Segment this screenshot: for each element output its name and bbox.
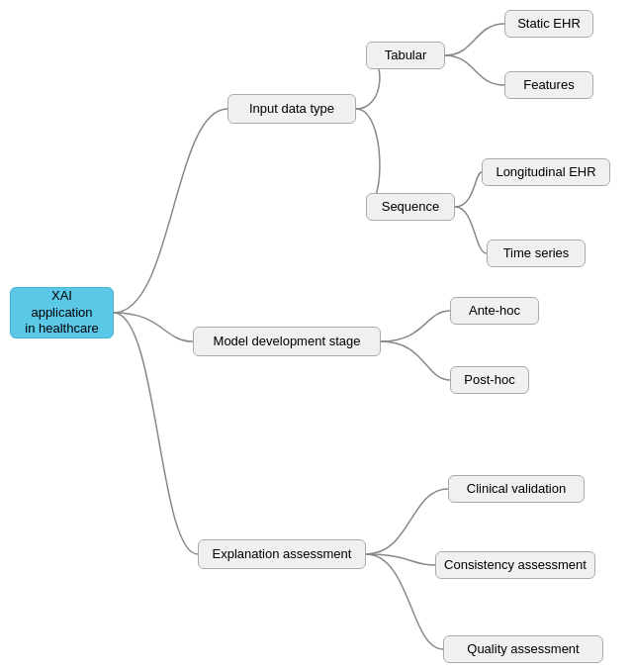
ante-hoc-label: Ante-hoc: [469, 303, 520, 320]
clinical-validation-node: Clinical validation: [448, 475, 585, 503]
features-label: Features: [523, 77, 574, 94]
quality-assessment-node: Quality assessment: [443, 635, 603, 663]
quality-assessment-label: Quality assessment: [467, 641, 579, 658]
post-hoc-label: Post-hoc: [464, 372, 514, 389]
features-node: Features: [504, 71, 593, 99]
consistency-assessment-label: Consistency assessment: [444, 557, 587, 574]
post-hoc-node: Post-hoc: [450, 366, 529, 394]
input-data-type-node: Input data type: [227, 94, 356, 124]
tabular-node: Tabular: [366, 42, 445, 69]
explanation-assessment-node: Explanation assessment: [198, 539, 366, 569]
model-dev-label: Model development stage: [214, 334, 361, 350]
model-dev-node: Model development stage: [193, 327, 381, 356]
tabular-label: Tabular: [385, 48, 427, 64]
time-series-label: Time series: [503, 245, 570, 262]
longitudinal-ehr-node: Longitudinal EHR: [482, 158, 610, 186]
consistency-assessment-node: Consistency assessment: [435, 551, 595, 579]
time-series-node: Time series: [487, 240, 586, 267]
root-node: XAI application in healthcare: [10, 287, 114, 338]
static-ehr-node: Static EHR: [504, 10, 593, 38]
sequence-label: Sequence: [382, 199, 440, 216]
input-data-type-label: Input data type: [249, 101, 334, 118]
longitudinal-ehr-label: Longitudinal EHR: [496, 164, 595, 181]
root-label: XAI application in healthcare: [23, 288, 101, 338]
sequence-node: Sequence: [366, 193, 455, 221]
explanation-assessment-label: Explanation assessment: [213, 546, 352, 563]
static-ehr-label: Static EHR: [517, 16, 581, 33]
ante-hoc-node: Ante-hoc: [450, 297, 539, 325]
clinical-validation-label: Clinical validation: [467, 481, 566, 498]
